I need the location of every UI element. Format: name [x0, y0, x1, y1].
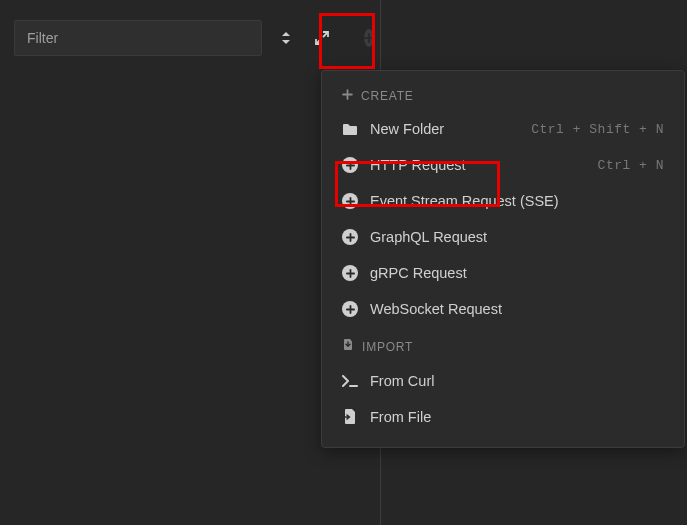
menu-item-graphql[interactable]: GraphQL Request	[322, 219, 684, 255]
menu-item-sse[interactable]: Event Stream Request (SSE)	[322, 183, 684, 219]
filter-input[interactable]	[14, 20, 262, 56]
expand-icon	[315, 31, 329, 45]
add-button[interactable]	[346, 26, 370, 50]
plus-icon	[342, 89, 353, 103]
menu-item-http-request[interactable]: HTTP Request Ctrl + N	[322, 147, 684, 183]
import-icon	[342, 339, 354, 355]
plus-circle-icon	[342, 265, 358, 281]
section-header-create: CREATE	[322, 83, 684, 111]
plus-circle-icon	[364, 29, 374, 47]
section-header-label: IMPORT	[362, 340, 413, 354]
toolbar	[0, 0, 687, 76]
plus-circle-icon	[342, 229, 358, 245]
plus-circle-icon	[342, 193, 358, 209]
section-header-import: IMPORT	[322, 333, 684, 363]
menu-item-label: GraphQL Request	[370, 229, 652, 245]
plus-circle-icon	[342, 157, 358, 173]
folder-icon	[342, 121, 358, 137]
menu-item-label: From File	[370, 409, 652, 425]
menu-item-shortcut: Ctrl + Shift + N	[531, 122, 664, 137]
menu-item-shortcut: Ctrl + N	[598, 158, 664, 173]
menu-item-label: WebSocket Request	[370, 301, 652, 317]
sort-icon	[279, 31, 293, 45]
menu-item-label: HTTP Request	[370, 157, 586, 173]
create-menu: CREATE New Folder Ctrl + Shift + N HTTP …	[321, 70, 685, 448]
menu-item-from-curl[interactable]: From Curl	[322, 363, 684, 399]
file-import-icon	[342, 409, 358, 425]
menu-item-label: gRPC Request	[370, 265, 652, 281]
menu-item-label: From Curl	[370, 373, 652, 389]
menu-item-from-file[interactable]: From File	[322, 399, 684, 435]
menu-item-label: Event Stream Request (SSE)	[370, 193, 652, 209]
plus-circle-icon	[342, 301, 358, 317]
menu-item-websocket[interactable]: WebSocket Request	[322, 291, 684, 327]
sort-button[interactable]	[274, 26, 298, 50]
menu-item-grpc[interactable]: gRPC Request	[322, 255, 684, 291]
menu-item-new-folder[interactable]: New Folder Ctrl + Shift + N	[322, 111, 684, 147]
section-header-label: CREATE	[361, 89, 414, 103]
menu-item-label: New Folder	[370, 121, 519, 137]
terminal-icon	[342, 373, 358, 389]
expand-button[interactable]	[310, 26, 334, 50]
